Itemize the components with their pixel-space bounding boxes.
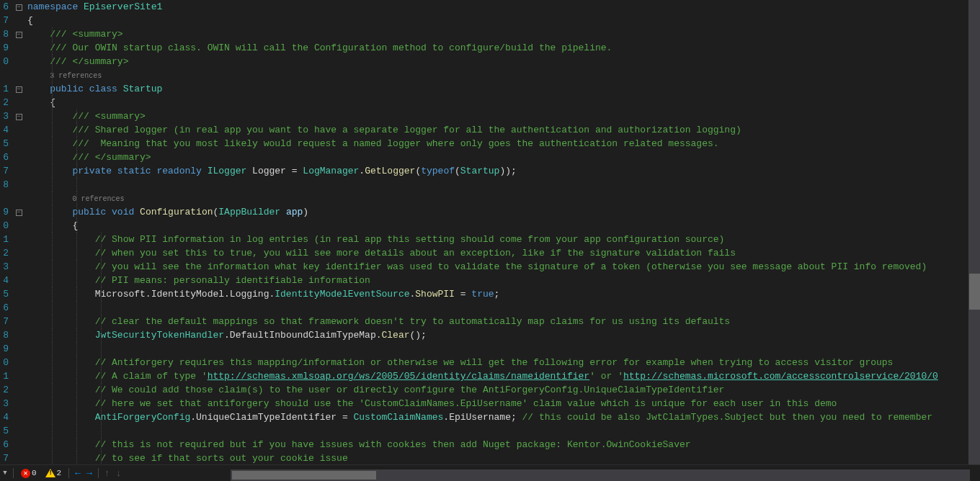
line-number: 0 <box>0 356 9 369</box>
code-line[interactable]: 3 references <box>24 68 980 82</box>
nav-forward-icon[interactable]: → <box>84 468 95 479</box>
horizontal-scrollbar[interactable] <box>231 469 970 481</box>
nav-up-icon[interactable]: ↑ <box>102 468 113 479</box>
code-line[interactable]: public class Startup <box>24 82 980 96</box>
url-link[interactable]: http://schemas.xmlsoap.org/ws/2005/05/id… <box>208 371 590 382</box>
line-number: 7 <box>0 451 9 464</box>
token-param: app <box>286 207 303 217</box>
fold-cell[interactable]: − <box>13 27 24 41</box>
fold-toggle-icon[interactable]: − <box>16 114 22 120</box>
error-count[interactable]: ✕ 0 <box>17 469 41 478</box>
fold-toggle-icon[interactable]: − <box>16 4 22 11</box>
warning-count[interactable]: 2 <box>41 469 66 477</box>
fold-cell[interactable]: − <box>13 205 24 219</box>
code-line[interactable]: Microsoft.IdentityModel.Logging.Identity… <box>24 287 980 301</box>
code-line[interactable]: // you will see the information what key… <box>24 260 980 274</box>
token-comment: // when you set this to true, you will s… <box>95 248 736 259</box>
code-line[interactable]: // We could add those claim(s) to the us… <box>24 383 980 397</box>
code-line[interactable]: public void Configuration(IAppBuilder ap… <box>24 205 980 219</box>
token-comment: /// Our OWIN startup class. OWIN will ca… <box>50 42 612 53</box>
code-line[interactable]: // here we set that antiforgery should u… <box>24 397 980 410</box>
fold-gutter[interactable]: −−−−− <box>13 0 24 464</box>
code-line[interactable]: // this is not required but if you have … <box>24 438 980 451</box>
separator <box>13 468 14 478</box>
token-plain <box>202 166 208 176</box>
code-line[interactable]: /// <summary> <box>24 109 980 123</box>
fold-cell <box>13 315 24 328</box>
code-line[interactable]: /// Meaning that you most likely would r… <box>24 137 980 150</box>
code-line[interactable]: // PII means: personally identifiable in… <box>24 274 980 287</box>
token-plain <box>280 207 286 217</box>
token-kw: private <box>72 166 112 176</box>
fold-cell[interactable]: − <box>13 82 24 96</box>
code-line[interactable]: /// Shared logger (in real app you want … <box>24 123 980 137</box>
fold-cell <box>13 219 24 233</box>
fold-cell[interactable]: − <box>13 0 24 14</box>
fold-toggle-icon[interactable]: − <box>16 86 22 93</box>
code-line[interactable]: namespace EpiserverSite1 <box>24 0 980 14</box>
fold-toggle-icon[interactable]: − <box>16 32 22 38</box>
code-line[interactable]: AntiForgeryConfig.UniqueClaimTypeIdentif… <box>24 410 980 424</box>
fold-cell <box>13 397 24 410</box>
token-plain: (); <box>410 330 427 341</box>
panel-dropdown[interactable]: ▼ <box>0 465 10 482</box>
fold-cell <box>13 96 24 109</box>
nav-back-icon[interactable]: ← <box>72 468 84 479</box>
code-line[interactable]: { <box>24 219 980 233</box>
token-kw: true <box>471 289 494 300</box>
code-line[interactable]: { <box>24 14 980 27</box>
line-number: 5 <box>0 137 9 150</box>
vertical-scrollbar[interactable] <box>968 0 980 464</box>
fold-cell <box>13 383 24 397</box>
code-line[interactable]: // Antiforgery requires this mapping/inf… <box>24 356 980 369</box>
fold-cell[interactable]: − <box>13 109 24 123</box>
horizontal-scroll-thumb[interactable] <box>232 471 376 480</box>
code-line[interactable] <box>24 178 980 192</box>
code-line[interactable] <box>24 301 980 315</box>
token-comment: /// </summary> <box>50 56 128 67</box>
token-plain <box>134 207 140 217</box>
url-link[interactable]: http://schemas.microsoft.com/accesscontr… <box>623 371 938 382</box>
error-icon: ✕ <box>21 469 30 478</box>
line-number: 6 <box>0 438 9 451</box>
code-line[interactable]: // to see if that sorts out your cookie … <box>24 451 980 464</box>
code-line[interactable]: /// </summary> <box>24 55 980 68</box>
token-comment: /// Shared logger (in real app you want … <box>72 125 741 135</box>
token-plain: .UniqueClaimTypeIdentifier = <box>190 412 353 423</box>
code-line[interactable]: { <box>24 96 980 109</box>
token-kw: void <box>112 207 134 217</box>
token-comment: /// <summary> <box>50 29 122 40</box>
fold-toggle-icon[interactable]: − <box>16 210 22 216</box>
code-line[interactable]: // Show PII information in log entries (… <box>24 233 980 246</box>
code-line[interactable]: // A claim of type 'http://schemas.xmlso… <box>24 369 980 383</box>
line-number: 9 <box>0 205 9 219</box>
code-line[interactable]: /// <summary> <box>24 27 980 41</box>
code-line[interactable]: private static readonly ILogger Logger =… <box>24 164 980 178</box>
line-number: 5 <box>0 424 9 438</box>
token-method: Clear <box>382 330 410 341</box>
code-content[interactable]: namespace EpiserverSite1{ /// <summary> … <box>24 0 980 464</box>
token-cls: ILogger <box>208 166 247 176</box>
line-number: 2 <box>0 383 9 397</box>
token-comment: ' or ' <box>589 371 623 382</box>
code-line[interactable]: // clear the default mappings so that fr… <box>24 315 980 328</box>
token-plain: ; <box>494 289 500 300</box>
code-line[interactable]: /// </summary> <box>24 150 980 164</box>
line-number: 4 <box>0 123 9 137</box>
code-line[interactable]: /// Our OWIN startup class. OWIN will ca… <box>24 41 980 55</box>
code-line[interactable]: JwtSecurityTokenHandler.DefaultInboundCl… <box>24 328 980 342</box>
code-editor[interactable]: 67890123456789012345678901234567 −−−−− n… <box>0 0 980 464</box>
token-kw: readonly <box>156 166 201 176</box>
token-cls: IAppBuilder <box>218 207 280 217</box>
code-line[interactable] <box>24 424 980 438</box>
vertical-scroll-thumb[interactable] <box>969 274 980 310</box>
token-kw: typeof <box>421 166 455 176</box>
nav-down-icon[interactable]: ↓ <box>113 468 125 479</box>
token-plain: { <box>50 97 55 108</box>
code-line[interactable] <box>24 342 980 356</box>
line-number: 1 <box>0 369 9 383</box>
code-line[interactable]: // when you set this to true, you will s… <box>24 246 980 260</box>
code-line[interactable]: 0 references <box>24 192 980 205</box>
line-number: 1 <box>0 82 9 96</box>
status-bar: ▼ ✕ 0 2 ← → ↑ ↓ <box>0 464 980 481</box>
